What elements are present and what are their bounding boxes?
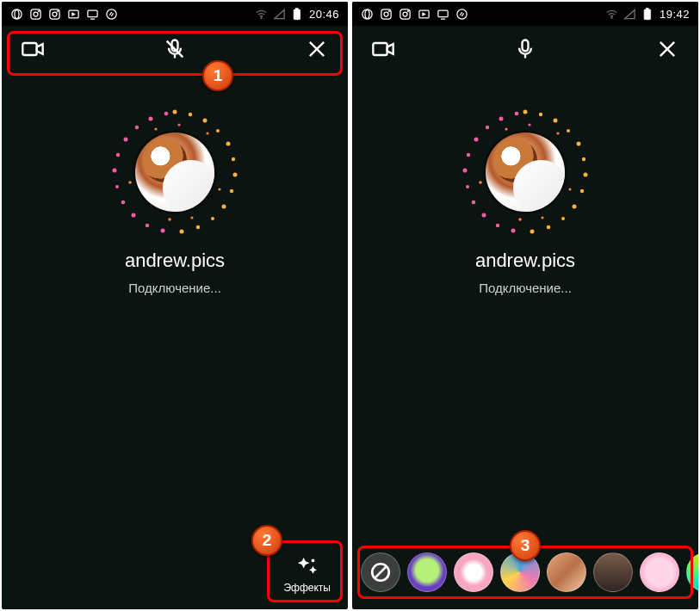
close-call-button[interactable] [305,37,329,65]
status-left-icons [10,8,118,21]
svg-point-75 [515,112,519,116]
svg-point-46 [312,559,314,562]
svg-point-6 [53,12,57,16]
camera-icon [21,37,45,61]
svg-point-53 [403,12,407,16]
svg-rect-14 [22,43,36,55]
svg-point-71 [573,205,577,209]
avatar-image [135,133,214,212]
effects-label: Эффекты [283,582,331,594]
effects-button[interactable]: Эффекты [283,556,331,594]
svg-point-1 [15,9,19,18]
svg-point-32 [116,153,120,157]
svg-point-66 [567,129,570,133]
opera-icon [361,8,374,21]
mic-mute-button[interactable] [163,37,187,65]
svg-point-16 [173,110,177,114]
effect-none[interactable] [361,552,400,592]
annotation-badge-2: 2 [251,525,282,556]
clock: 19:42 [660,8,690,21]
svg-point-87 [518,218,522,221]
svg-rect-56 [438,10,448,17]
mic-muted-icon [163,37,187,61]
call-status: Подключение... [2,281,348,295]
avatar-image [486,133,565,212]
svg-point-20 [226,142,231,146]
close-icon [305,37,329,61]
svg-rect-60 [647,8,649,9]
svg-point-70 [580,189,584,193]
caller-avatar [456,103,594,241]
signal-icon [273,8,286,21]
svg-point-72 [561,217,565,220]
svg-point-92 [479,181,482,184]
svg-point-85 [511,229,516,233]
svg-point-64 [539,113,542,116]
phone-right: 19:42 [352,2,698,609]
svg-rect-61 [373,43,387,55]
camera-toggle-button[interactable] [371,37,395,65]
svg-point-30 [135,126,139,129]
screen-icon [86,8,99,21]
svg-point-90 [556,132,559,134]
svg-point-7 [57,10,59,12]
opera-icon [10,8,23,21]
svg-point-57 [457,9,467,18]
clock: 20:46 [309,8,339,21]
svg-point-81 [466,185,469,188]
camera-toggle-button[interactable] [21,37,45,65]
instagram-icon [380,8,393,21]
svg-point-65 [554,119,558,123]
status-right: 19:42 [605,8,690,21]
effect-panda[interactable] [454,552,493,592]
effect-desert[interactable] [547,552,586,592]
svg-point-3 [34,12,38,16]
svg-rect-13 [296,8,299,9]
signal-icon [623,8,636,21]
svg-point-28 [164,112,169,116]
svg-point-89 [505,127,507,130]
svg-point-19 [216,129,220,133]
annotation-badge-3: 3 [510,530,541,561]
svg-point-39 [177,123,180,126]
caller-avatar [106,103,244,241]
status-right: 20:46 [255,8,339,21]
svg-point-73 [547,225,551,230]
svg-point-11 [261,17,263,19]
effect-gray[interactable] [593,552,633,592]
svg-point-76 [499,117,504,121]
caller-username: andrew.pics [2,250,348,272]
effect-alien[interactable] [407,552,447,592]
mic-button[interactable] [513,37,537,65]
svg-point-74 [530,230,535,234]
svg-point-51 [388,10,390,12]
instagram-icon [48,8,61,21]
svg-point-38 [161,229,165,233]
svg-point-48 [365,9,369,18]
svg-point-54 [407,10,409,12]
svg-point-33 [113,169,117,173]
svg-point-27 [180,230,184,234]
svg-point-22 [233,173,238,177]
svg-rect-62 [523,40,529,52]
call-top-controls [2,26,348,76]
wifi-icon [255,8,268,21]
effect-share[interactable] [686,552,698,592]
svg-point-45 [128,181,132,184]
svg-point-17 [189,113,192,116]
svg-point-21 [232,157,235,161]
screen-icon [437,8,449,21]
instagram-icon [399,8,412,21]
wifi-icon [605,8,618,21]
svg-point-88 [541,216,543,219]
close-call-button[interactable] [655,37,679,65]
svg-point-10 [107,9,116,18]
svg-point-31 [124,138,128,142]
effect-pink[interactable] [640,552,679,592]
shazam-icon [455,8,468,21]
shazam-icon [105,8,118,21]
svg-rect-59 [644,9,651,19]
status-bar: 19:42 [352,2,698,26]
svg-point-67 [577,142,581,146]
svg-point-4 [38,10,40,12]
